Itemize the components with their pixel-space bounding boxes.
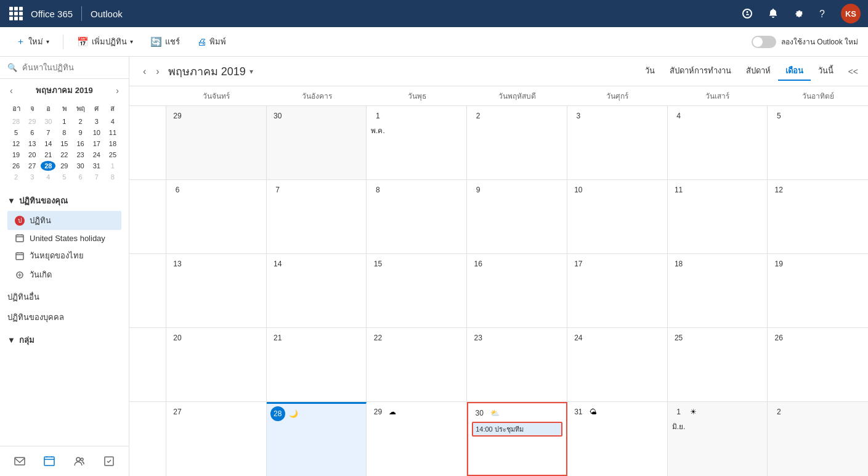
mini-cal-day[interactable]: 9 xyxy=(73,128,87,137)
cal-day[interactable]: 20 xyxy=(166,328,267,401)
help-icon[interactable]: ? xyxy=(815,4,835,23)
cal-day[interactable]: 19 xyxy=(768,254,868,327)
cal-day[interactable]: 6 xyxy=(166,180,267,253)
collapse-cal-btn[interactable]: << xyxy=(848,67,858,76)
cal-day[interactable]: 17 xyxy=(567,254,668,327)
mini-cal-prev[interactable]: ‹ xyxy=(7,84,15,97)
waffle-menu[interactable] xyxy=(7,5,25,22)
cal-day[interactable]: 30 xyxy=(267,106,367,179)
calendar-bottom-icon[interactable] xyxy=(39,451,59,471)
mini-cal-day[interactable]: 13 xyxy=(25,139,39,149)
cal-next-btn[interactable]: › xyxy=(152,64,163,80)
print-button[interactable]: 🖨 พิมพ์ xyxy=(191,33,232,51)
new-button[interactable]: ＋ ใหม่ ▾ xyxy=(10,33,55,51)
cal-prev-btn[interactable]: ‹ xyxy=(139,64,150,80)
mini-cal-day[interactable]: 27 xyxy=(25,161,39,171)
bell-icon[interactable] xyxy=(763,4,783,23)
mini-cal-day[interactable]: 10 xyxy=(89,128,104,137)
groups-header[interactable]: ▼ กลุ่ม xyxy=(7,334,121,347)
mini-cal-next[interactable]: › xyxy=(113,84,121,97)
mini-cal-day[interactable]: 15 xyxy=(57,139,71,149)
cal-day[interactable]: 1 พ.ค. xyxy=(367,106,467,179)
mini-cal-day[interactable]: 22 xyxy=(57,150,71,160)
cal-day[interactable]: 26 xyxy=(768,328,868,401)
sidebar-item-birthday[interactable]: วันเกิด xyxy=(7,265,121,284)
sidebar-item-thai-holidays[interactable]: วันหยุดของไทย xyxy=(7,246,121,265)
mini-cal-day[interactable]: 5 xyxy=(9,128,23,137)
mini-cal-day[interactable]: 25 xyxy=(105,150,120,160)
mini-cal-day[interactable]: 5 xyxy=(57,172,71,182)
mini-cal-day[interactable]: 7 xyxy=(41,128,55,137)
cal-day[interactable]: 3 xyxy=(567,106,668,179)
mail-icon[interactable] xyxy=(10,451,30,471)
mini-cal-day[interactable]: 11 xyxy=(105,128,120,137)
outlook-toggle-switch[interactable] xyxy=(752,36,776,48)
cal-day[interactable]: 21 xyxy=(267,328,367,401)
cal-day[interactable]: 18 xyxy=(668,254,768,327)
avatar[interactable]: KS xyxy=(841,4,861,23)
add-cal-dropdown-arrow[interactable]: ▾ xyxy=(130,38,133,45)
mini-cal-day[interactable]: 14 xyxy=(41,139,55,149)
cal-day-27[interactable]: 27 xyxy=(166,402,267,476)
mini-cal-day[interactable]: 2 xyxy=(73,117,87,126)
cal-day[interactable]: 24 xyxy=(567,328,668,401)
mini-cal-day[interactable]: 12 xyxy=(9,139,23,149)
cal-day[interactable]: 23 xyxy=(467,328,567,401)
new-dropdown-arrow[interactable]: ▾ xyxy=(46,38,49,45)
tab-month[interactable]: เดือน xyxy=(778,62,811,81)
month-dropdown-arrow[interactable]: ▾ xyxy=(249,67,253,76)
people-icon[interactable] xyxy=(70,451,89,471)
mini-cal-day[interactable]: 20 xyxy=(25,150,39,160)
mini-cal-day[interactable]: 8 xyxy=(105,172,120,182)
cal-day[interactable]: 13 xyxy=(166,254,267,327)
mini-cal-day[interactable]: 4 xyxy=(105,117,120,126)
mini-cal-day[interactable]: 6 xyxy=(73,172,87,182)
tab-day[interactable]: วัน xyxy=(638,62,662,81)
settings-icon[interactable] xyxy=(789,4,809,23)
cal-day-jun2[interactable]: 2 xyxy=(768,402,868,476)
tasks-icon[interactable] xyxy=(99,451,119,471)
mini-cal-day[interactable]: 1 xyxy=(57,117,71,126)
cal-day[interactable]: 7 xyxy=(267,180,367,253)
mini-cal-day[interactable]: 30 xyxy=(41,117,55,126)
cal-day[interactable]: 16 xyxy=(467,254,567,327)
cal-day[interactable]: 10 xyxy=(567,180,668,253)
tab-week[interactable]: สัปดาห์ xyxy=(739,62,778,81)
cal-day[interactable]: 11 xyxy=(668,180,768,253)
tab-workweek[interactable]: สัปดาห์การทำงาน xyxy=(662,62,739,81)
mini-cal-day[interactable]: 29 xyxy=(57,161,71,171)
mini-cal-day[interactable]: 18 xyxy=(105,139,120,149)
cal-day-30-selected[interactable]: 30 ⛅ 14:00 ประชุมทีม xyxy=(467,402,567,476)
cal-day-29[interactable]: 29 ☁ xyxy=(367,402,467,476)
mini-cal-day[interactable]: 8 xyxy=(57,128,71,137)
add-calendar-button[interactable]: 📅 เพิ่มปฏิทิน ▾ xyxy=(71,33,139,51)
mini-cal-day[interactable]: 26 xyxy=(9,161,23,171)
tab-today[interactable]: วันนี้ xyxy=(811,62,841,81)
cal-day[interactable]: 2 xyxy=(467,106,567,179)
mini-cal-day[interactable]: 21 xyxy=(41,150,55,160)
mini-cal-day[interactable]: 23 xyxy=(73,150,87,160)
mini-cal-day[interactable]: 24 xyxy=(89,150,104,160)
cal-day[interactable]: 29 xyxy=(166,106,267,179)
cal-day[interactable]: 5 xyxy=(768,106,868,179)
my-calendars-header[interactable]: ▼ ปฏิทินของคุณ xyxy=(7,194,121,207)
mini-cal-day[interactable]: 3 xyxy=(25,172,39,182)
mini-cal-day[interactable]: 4 xyxy=(41,172,55,182)
mini-cal-day[interactable]: 19 xyxy=(9,150,23,160)
sidebar-item-us-holidays[interactable]: United States holiday xyxy=(7,230,121,246)
cal-day[interactable]: 22 xyxy=(367,328,467,401)
cal-day[interactable]: 15 xyxy=(367,254,467,327)
cal-day-28-today[interactable]: 28 🌙 xyxy=(267,402,367,476)
search-input[interactable] xyxy=(22,63,126,72)
mini-cal-day[interactable]: 7 xyxy=(89,172,104,182)
mini-cal-day[interactable]: 16 xyxy=(73,139,87,149)
sidebar-item-calendar[interactable]: ป ปฏิทิน xyxy=(7,211,121,230)
cal-day[interactable]: 25 xyxy=(668,328,768,401)
cal-day[interactable]: 8 xyxy=(367,180,467,253)
mini-cal-day[interactable]: 1 xyxy=(105,161,120,171)
cal-day[interactable]: 9 xyxy=(467,180,567,253)
mini-cal-day[interactable]: 3 xyxy=(89,117,104,126)
mini-cal-day[interactable]: 30 xyxy=(73,161,87,171)
mini-cal-day[interactable]: 6 xyxy=(25,128,39,137)
mini-cal-day-today[interactable]: 28 xyxy=(41,161,55,171)
